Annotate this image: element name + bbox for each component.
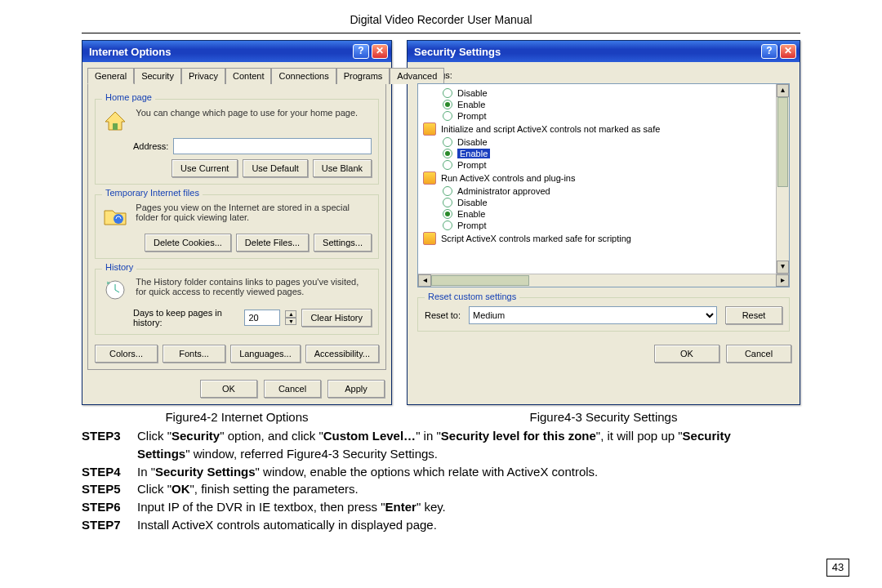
radio-icon[interactable] [443, 186, 452, 196]
io-titlebar: Internet Options ? ✕ [82, 41, 391, 62]
activex-icon [423, 232, 436, 245]
tempfiles-group: Temporary Internet files Pages you view … [95, 194, 379, 259]
use-blank-button[interactable]: Use Blank [313, 159, 372, 177]
colors-button[interactable]: Colors... [95, 345, 158, 363]
languages-button[interactable]: Languages... [230, 345, 301, 363]
use-default-button[interactable]: Use Default [243, 159, 307, 177]
step3-text: Click "Security" option, and click "Cust… [137, 427, 800, 445]
history-icon [102, 277, 128, 303]
homepage-desc: You can change which page to use for you… [136, 108, 369, 118]
reset-group: Reset custom settings Reset to: Medium R… [417, 297, 790, 332]
item-heading: Script ActiveX controls marked safe for … [441, 234, 631, 243]
step7-label: STEP7 [82, 516, 137, 534]
io-ok-button[interactable]: OK [200, 380, 257, 398]
radio-icon[interactable] [443, 220, 452, 230]
scroll-right-icon[interactable]: ▸ [776, 274, 789, 287]
svg-rect-0 [113, 123, 118, 130]
radio-icon[interactable] [443, 111, 452, 121]
step3-cont: Settings" window, referred Figure4-3 Sec… [82, 445, 800, 463]
delete-files-button[interactable]: Delete Files... [236, 234, 309, 252]
scrollbar-vertical[interactable]: ▴ ▾ [776, 84, 789, 274]
address-input[interactable] [173, 138, 372, 154]
radio-icon[interactable] [443, 137, 452, 147]
option-label: Disable [457, 137, 488, 147]
close-icon[interactable]: ✕ [372, 44, 388, 59]
steps-block: STEP3 Click "Security" option, and click… [82, 427, 800, 534]
step7-text: Install ActiveX controls automatically i… [137, 516, 800, 534]
page-number: 43 [826, 559, 849, 577]
scroll-up-icon[interactable]: ▴ [777, 84, 789, 97]
radio-icon[interactable] [443, 160, 452, 170]
homepage-title: Home page [102, 92, 155, 102]
svg-point-1 [114, 214, 123, 224]
step3-label: STEP3 [82, 427, 137, 445]
tab-content[interactable]: Content [225, 68, 272, 84]
tab-general[interactable]: General [87, 68, 134, 84]
scroll-left-icon[interactable]: ◂ [418, 274, 431, 287]
option-label-selected: Enable [457, 149, 490, 158]
scrollbar-horizontal[interactable]: ◂ ▸ [418, 274, 789, 287]
item-heading: Initialize and script ActiveX controls n… [441, 124, 660, 134]
close-icon[interactable]: ✕ [780, 44, 796, 59]
item-heading: Run ActiveX controls and plug-ins [441, 173, 575, 183]
reset-label: Reset to: [425, 310, 461, 320]
reset-combobox[interactable]: Medium [469, 306, 717, 324]
step5-text: Click "OK", finish setting the parameter… [137, 480, 800, 498]
scroll-thumb[interactable] [777, 97, 788, 187]
option-label: Enable [457, 209, 485, 219]
figure-caption-io: Figure4-2 Internet Options [82, 410, 392, 424]
radio-icon[interactable] [443, 149, 452, 158]
radio-icon[interactable] [443, 100, 452, 109]
page-header: Digital Video Recorder User Manual [0, 0, 882, 29]
days-input[interactable] [244, 310, 280, 326]
step5-label: STEP5 [82, 480, 137, 498]
help-icon[interactable]: ? [353, 44, 369, 59]
settings-listbox[interactable]: Disable Enable Prompt Initialize and scr… [417, 83, 790, 287]
security-settings-window: Security Settings ? ✕ Settings: Disable … [407, 40, 800, 405]
days-spinner-up[interactable]: ▲ [285, 310, 296, 318]
ss-title: Security Settings [414, 46, 501, 58]
use-current-button[interactable]: Use Current [172, 159, 238, 177]
tab-programs[interactable]: Programs [336, 68, 390, 84]
ss-titlebar: Security Settings ? ✕ [408, 41, 800, 62]
reset-button[interactable]: Reset [725, 306, 782, 324]
header-rule [82, 33, 800, 33]
tab-privacy[interactable]: Privacy [181, 68, 225, 84]
scroll-down-icon[interactable]: ▾ [777, 261, 789, 274]
option-label: Disable [457, 88, 488, 98]
io-title: Internet Options [89, 46, 171, 58]
io-panel: Home page You can change which page to u… [87, 83, 386, 370]
option-label: Prompt [457, 220, 486, 230]
radio-icon[interactable] [443, 88, 452, 98]
days-label: Days to keep pages in history: [133, 308, 239, 327]
io-tabs: General Security Privacy Content Connect… [87, 67, 386, 83]
step4-label: STEP4 [82, 463, 137, 481]
tab-security[interactable]: Security [134, 68, 181, 84]
io-cancel-button[interactable]: Cancel [264, 380, 321, 398]
radio-icon[interactable] [443, 198, 452, 207]
delete-cookies-button[interactable]: Delete Cookies... [145, 234, 231, 252]
history-group: History The History folder contains link… [95, 269, 379, 335]
scroll-thumb[interactable] [431, 275, 529, 286]
figure-caption-ss: Figure4-3 Security Settings [392, 410, 800, 424]
step6-text: Input IP of the DVR in IE textbox, then … [137, 498, 800, 516]
io-apply-button[interactable]: Apply [327, 380, 385, 398]
tab-advanced[interactable]: Advanced [390, 68, 444, 84]
address-label: Address: [133, 141, 168, 151]
option-label: Enable [457, 100, 485, 109]
fonts-button[interactable]: Fonts... [163, 345, 225, 363]
step6-label: STEP6 [82, 498, 137, 516]
option-label: Administrator approved [457, 186, 550, 196]
activex-icon [423, 172, 436, 185]
option-label: Prompt [457, 160, 486, 170]
accessibility-button[interactable]: Accessibility... [305, 345, 379, 363]
help-icon[interactable]: ? [761, 44, 777, 59]
ss-ok-button[interactable]: OK [654, 345, 719, 363]
radio-icon[interactable] [443, 209, 452, 219]
ss-cancel-button[interactable]: Cancel [726, 345, 791, 363]
home-icon [102, 107, 128, 133]
settings-button[interactable]: Settings... [314, 234, 372, 252]
tab-connections[interactable]: Connections [271, 68, 336, 84]
days-spinner-down[interactable]: ▼ [285, 318, 296, 325]
clear-history-button[interactable]: Clear History [301, 309, 372, 327]
